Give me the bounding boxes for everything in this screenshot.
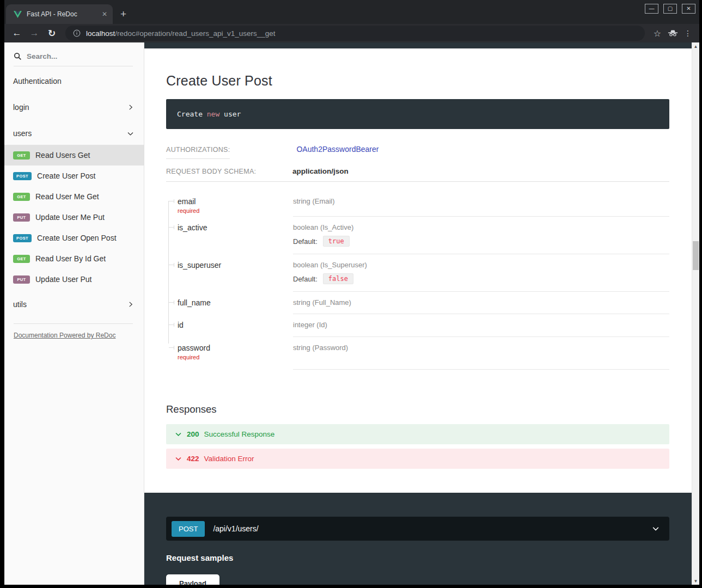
sidebar-item-label: users bbox=[13, 129, 127, 138]
description-text: Create bbox=[177, 110, 207, 118]
http-method-badge: PUT bbox=[13, 213, 30, 222]
http-method-badge: POST bbox=[172, 521, 205, 537]
sidebar: Authentication login users GET Read User… bbox=[4, 42, 144, 585]
chevron-down-icon bbox=[652, 525, 660, 532]
browser-menu-icon[interactable]: ⋮ bbox=[681, 29, 695, 38]
responses-title: Responses bbox=[166, 403, 669, 415]
endpoint-path: /api/v1/users/ bbox=[213, 524, 644, 533]
sidebar-item-create-user-post[interactable]: POST Create User Post bbox=[4, 166, 144, 186]
request-samples-panel: POST /api/v1/users/ Request samples Payl… bbox=[144, 493, 692, 585]
payload-tab[interactable]: Payload bbox=[166, 574, 219, 585]
chevron-down-icon bbox=[127, 130, 134, 137]
sidebar-item-login[interactable]: login bbox=[4, 96, 144, 119]
response-422-bar[interactable]: 422 Validation Error bbox=[166, 449, 669, 469]
field-name[interactable]: email required bbox=[166, 191, 293, 217]
sidebar-item-label: login bbox=[13, 103, 127, 112]
sidebar-item-update-user-put[interactable]: PUT Update User Put bbox=[4, 269, 144, 290]
scroll-up-arrow[interactable]: ▲ bbox=[692, 42, 699, 50]
window-controls: — ▢ ✕ bbox=[645, 4, 695, 14]
sidebar-item-create-user-open-post[interactable]: POST Create User Open Post bbox=[4, 228, 144, 248]
sidebar-item-label: Update User Me Put bbox=[35, 213, 134, 222]
http-method-badge: POST bbox=[13, 234, 32, 242]
site-info-icon[interactable] bbox=[73, 29, 81, 37]
operation-title: Create User Post bbox=[166, 73, 669, 89]
response-label: Validation Error bbox=[204, 455, 254, 463]
sidebar-item-update-user-me-put[interactable]: PUT Update User Me Put bbox=[4, 207, 144, 228]
sidebar-item-utils[interactable]: utils bbox=[4, 293, 144, 316]
search-icon bbox=[14, 52, 22, 60]
http-method-badge: GET bbox=[13, 151, 30, 160]
field-row-email: email required string (Email) bbox=[166, 191, 669, 217]
field-type: string (Email) bbox=[293, 191, 669, 217]
tab-strip: Fast API - ReDoc ✕ + — ▢ ✕ bbox=[4, 0, 699, 24]
field-type: integer (Id) bbox=[293, 314, 669, 337]
http-method-badge: POST bbox=[13, 172, 32, 180]
default-value: true bbox=[323, 236, 350, 247]
default-label: Default: bbox=[293, 275, 318, 283]
sidebar-item-label: Read User Me Get bbox=[35, 192, 134, 201]
reload-icon[interactable]: ↻ bbox=[44, 28, 60, 39]
field-type: boolean (Is_Superuser) Default:false bbox=[293, 254, 669, 292]
response-code: 422 bbox=[187, 455, 199, 463]
page-scrollbar[interactable]: ▲ ▼ bbox=[692, 42, 699, 585]
back-icon[interactable]: ← bbox=[9, 28, 25, 39]
auth-scheme-link[interactable]: OAuth2PasswordBearer bbox=[296, 145, 379, 154]
sidebar-item-label: Read User By Id Get bbox=[35, 254, 134, 263]
bookmark-star-icon[interactable]: ☆ bbox=[650, 28, 664, 39]
close-button[interactable]: ✕ bbox=[682, 4, 695, 14]
sidebar-item-authentication[interactable]: Authentication bbox=[4, 70, 144, 93]
chevron-down-icon bbox=[175, 431, 182, 438]
schema-fields-table: email required string (Email) is_active … bbox=[166, 191, 669, 370]
search-input[interactable] bbox=[27, 52, 119, 60]
field-name[interactable]: password required bbox=[166, 337, 293, 370]
scroll-down-arrow[interactable]: ▼ bbox=[692, 577, 699, 585]
default-value: false bbox=[323, 273, 353, 284]
http-method-badge: GET bbox=[13, 193, 30, 201]
field-row-full-name: full_name string (Full_Name) bbox=[166, 292, 669, 314]
field-name[interactable]: id bbox=[166, 314, 293, 337]
url-text: localhost/redoc#operation/read_users_api… bbox=[86, 29, 276, 38]
chevron-right-icon bbox=[127, 301, 134, 308]
field-name[interactable]: is_active bbox=[166, 217, 293, 254]
field-type: boolean (Is_Active) Default:true bbox=[293, 217, 669, 254]
scrollbar-thumb[interactable] bbox=[693, 241, 699, 270]
description-code-span: new bbox=[207, 110, 219, 118]
request-samples-title: Request samples bbox=[166, 553, 669, 562]
chevron-down-icon bbox=[175, 455, 182, 462]
response-200-bar[interactable]: 200 Successful Response bbox=[166, 424, 669, 444]
description-text: user bbox=[219, 110, 241, 118]
address-bar[interactable]: localhost/redoc#operation/read_users_api… bbox=[65, 26, 645, 41]
sidebar-item-label: Update User Put bbox=[35, 275, 134, 284]
field-type: string (Full_Name) bbox=[293, 292, 669, 314]
field-row-is-active: is_active boolean (Is_Active) Default:tr… bbox=[166, 217, 669, 254]
search-box[interactable] bbox=[14, 48, 133, 66]
field-name[interactable]: full_name bbox=[166, 292, 293, 314]
sidebar-item-label: Create User Post bbox=[37, 171, 134, 180]
redoc-footer-link[interactable]: Documentation Powered by ReDoc bbox=[14, 332, 133, 339]
sidebar-item-users[interactable]: users bbox=[4, 122, 144, 145]
http-method-badge: GET bbox=[13, 255, 30, 263]
sidebar-item-read-user-me-get[interactable]: GET Read User Me Get bbox=[4, 186, 144, 207]
field-row-password: password required string (Password) bbox=[166, 337, 669, 370]
required-flag: required bbox=[178, 207, 288, 214]
field-name[interactable]: is_superuser bbox=[166, 254, 293, 292]
maximize-button[interactable]: ▢ bbox=[663, 4, 677, 14]
sidebar-item-read-user-by-id-get[interactable]: GET Read User By Id Get bbox=[4, 248, 144, 269]
incognito-icon bbox=[666, 29, 680, 37]
minimize-button[interactable]: — bbox=[645, 4, 658, 14]
sidebar-item-label: Read Users Get bbox=[35, 151, 134, 160]
sidebar-item-read-users-get[interactable]: GET Read Users Get bbox=[4, 145, 144, 166]
content-type-value: application/json bbox=[292, 167, 349, 175]
field-row-is-superuser: is_superuser boolean (Is_Superuser) Defa… bbox=[166, 254, 669, 292]
sidebar-item-label: Create User Open Post bbox=[37, 234, 134, 242]
sidebar-divider bbox=[14, 323, 133, 324]
tab-close-icon[interactable]: ✕ bbox=[102, 10, 107, 18]
sidebar-item-label: utils bbox=[13, 300, 127, 309]
sidebar-item-label: Authentication bbox=[13, 77, 134, 85]
forward-icon[interactable]: → bbox=[26, 28, 42, 39]
browser-tab[interactable]: Fast API - ReDoc ✕ bbox=[6, 4, 113, 24]
new-tab-button[interactable]: + bbox=[120, 9, 126, 19]
response-label: Successful Response bbox=[204, 430, 275, 438]
required-flag: required bbox=[178, 354, 288, 360]
endpoint-dropdown[interactable]: POST /api/v1/users/ bbox=[166, 517, 669, 541]
